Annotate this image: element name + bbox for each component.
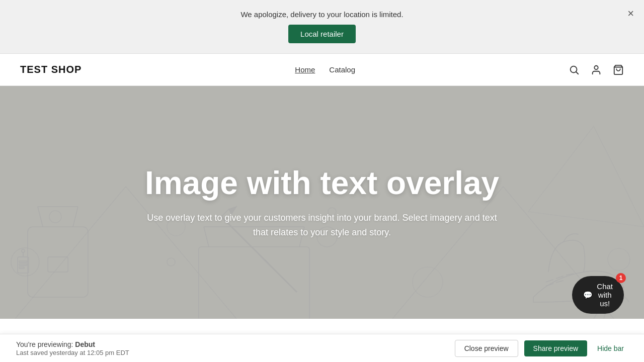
chat-button[interactable]: 💬 Chat with us! 1 <box>572 276 624 314</box>
preview-theme-line: You're previewing: Debut <box>16 340 129 348</box>
preview-label: You're previewing: <box>16 340 73 348</box>
local-retailer-button[interactable]: Local retailer <box>288 25 356 43</box>
chat-label: Chat with us! <box>597 282 613 308</box>
hero-title: Image with text overlay <box>141 165 503 201</box>
hero-content: Image with text overlay Use overlay text… <box>121 165 523 240</box>
preview-actions: Close preview Share preview Hide bar <box>455 340 628 357</box>
nav-catalog[interactable]: Catalog <box>329 65 355 74</box>
main-nav: Home Catalog <box>295 65 355 74</box>
logo: TEST SHOP <box>20 64 82 75</box>
account-icon[interactable] <box>591 64 602 75</box>
chat-badge: 1 <box>616 273 626 283</box>
theme-name: Debut <box>75 340 95 348</box>
cart-icon[interactable] <box>613 64 624 75</box>
nav-home[interactable]: Home <box>295 65 315 74</box>
share-preview-button[interactable]: Share preview <box>524 340 588 356</box>
announcement-bar: We apologize, delivery to your location … <box>0 0 644 54</box>
search-icon[interactable] <box>569 64 580 75</box>
svg-point-0 <box>571 66 577 72</box>
hero-subtitle: Use overlay text to give your customers … <box>141 211 503 240</box>
preview-bar: You're previewing: Debut Last saved yest… <box>0 334 644 362</box>
svg-point-2 <box>594 65 598 69</box>
close-preview-button[interactable]: Close preview <box>455 340 518 357</box>
announcement-text: We apologize, delivery to your location … <box>20 10 624 19</box>
close-announcement-button[interactable]: × <box>627 8 634 19</box>
preview-info: You're previewing: Debut Last saved yest… <box>16 340 129 356</box>
header-icons <box>569 64 624 75</box>
chat-icon: 💬 <box>583 291 593 300</box>
preview-saved-text: Last saved yesterday at 12:05 pm EDT <box>16 349 129 356</box>
hero-section: Image with text overlay Use overlay text… <box>0 86 644 319</box>
svg-line-1 <box>576 72 578 74</box>
header: TEST SHOP Home Catalog <box>0 54 644 86</box>
hide-bar-button[interactable]: Hide bar <box>593 340 628 356</box>
